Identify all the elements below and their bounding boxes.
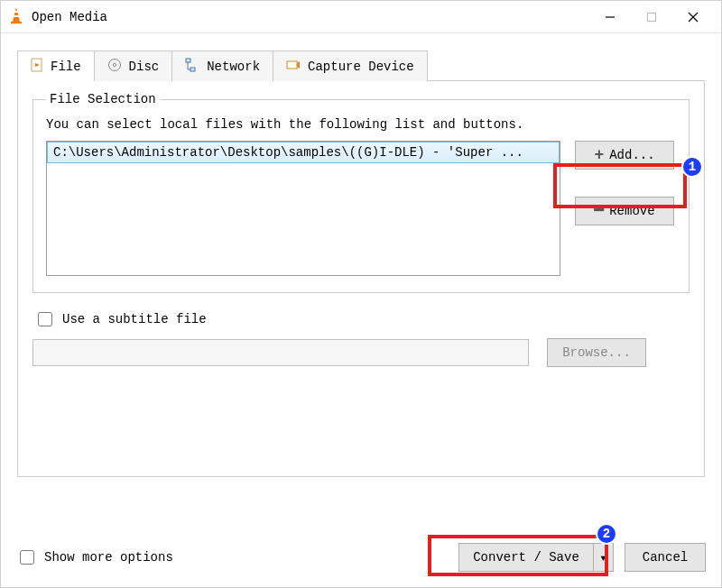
plus-icon: + <box>594 147 604 163</box>
svg-rect-3 <box>11 22 22 23</box>
annotation-badge-2: 2 <box>596 523 617 545</box>
maximize-button <box>631 4 672 31</box>
svg-rect-2 <box>14 15 18 17</box>
caret-down-icon: ▾ <box>599 550 606 565</box>
convert-save-label: Convert / Save <box>473 550 579 565</box>
open-media-dialog: Open Media File <box>0 0 722 588</box>
add-button-label: Add... <box>609 148 654 162</box>
file-list[interactable]: C:\Users\Administrator\Desktop\samples\(… <box>46 141 560 276</box>
svg-marker-0 <box>13 7 20 22</box>
file-list-item[interactable]: C:\Users\Administrator\Desktop\samples\(… <box>47 142 560 163</box>
tab-network-label: Network <box>207 60 260 74</box>
subtitle-checkbox-label: Use a subtitle file <box>62 312 207 326</box>
svg-rect-13 <box>190 68 195 71</box>
minimize-button[interactable] <box>589 4 631 31</box>
browse-button: Browse... <box>547 338 646 367</box>
show-more-label: Show more options <box>44 550 173 565</box>
remove-button[interactable]: ━ Remove <box>575 197 674 225</box>
network-icon <box>185 58 199 76</box>
tab-bar: File Disc Network Capture Device <box>17 50 705 80</box>
svg-rect-1 <box>14 11 18 13</box>
subtitle-path-input <box>32 339 529 366</box>
tab-panel-file: File Selection You can select local file… <box>17 80 705 477</box>
tab-capture[interactable]: Capture Device <box>273 51 428 81</box>
disc-icon <box>107 58 122 76</box>
svg-rect-12 <box>186 59 190 62</box>
subtitle-checkbox[interactable] <box>38 312 52 326</box>
convert-save-button[interactable]: Convert / Save <box>458 543 594 572</box>
cancel-button[interactable]: Cancel <box>625 543 706 572</box>
tab-disc-label: Disc <box>129 60 160 74</box>
browse-button-label: Browse... <box>562 345 631 360</box>
tab-capture-label: Capture Device <box>308 60 414 74</box>
svg-rect-5 <box>648 13 656 21</box>
window-title: Open Media <box>32 10 589 24</box>
convert-save-dropdown[interactable]: ▾ <box>594 543 614 572</box>
show-more-checkbox[interactable] <box>20 550 34 565</box>
minus-icon: ━ <box>594 203 604 219</box>
dialog-footer: Show more options Convert / Save ▾ Cance… <box>16 543 706 572</box>
client-area: File Disc Network Capture Device <box>1 33 721 477</box>
svg-point-11 <box>113 63 116 66</box>
file-icon <box>31 58 43 76</box>
tab-network[interactable]: Network <box>171 51 273 81</box>
titlebar: Open Media <box>1 1 721 33</box>
tab-disc[interactable]: Disc <box>94 51 173 81</box>
tab-file-label: File <box>51 60 81 74</box>
file-selection-help: You can select local files with the foll… <box>46 117 676 132</box>
close-button[interactable] <box>672 4 714 31</box>
file-selection-group: File Selection You can select local file… <box>32 92 690 293</box>
add-button[interactable]: + Add... <box>575 141 674 170</box>
remove-button-label: Remove <box>609 204 654 218</box>
file-selection-legend: File Selection <box>46 92 160 106</box>
cancel-label: Cancel <box>643 550 688 565</box>
svg-rect-16 <box>287 61 297 69</box>
tab-file[interactable]: File <box>17 51 95 81</box>
capture-icon <box>286 59 301 75</box>
annotation-badge-1: 1 <box>681 156 703 178</box>
vlc-cone-icon <box>8 6 24 28</box>
